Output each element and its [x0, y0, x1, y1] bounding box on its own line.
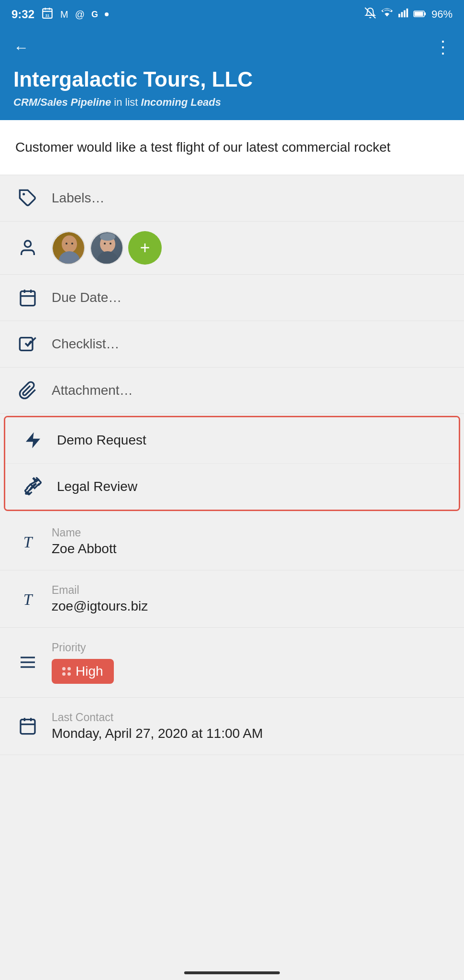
svg-point-16 [59, 251, 80, 265]
svg-rect-12 [424, 12, 426, 15]
demo-request-label: Demo Request [57, 433, 146, 447]
tag-icon [15, 189, 40, 208]
battery-percent: 96% [431, 8, 453, 21]
svg-text:T: T [23, 591, 33, 609]
breadcrumb-preposition: in list [114, 96, 138, 108]
labels-row[interactable]: Labels… [0, 175, 464, 222]
name-label: Name [52, 526, 449, 539]
breadcrumb-list[interactable]: Incoming Leads [141, 96, 221, 108]
svg-point-25 [100, 233, 115, 241]
name-content: Name Zoe Abbott [52, 526, 449, 557]
email-row[interactable]: T Email zoe@igtours.biz [0, 570, 464, 628]
svg-point-18 [66, 243, 67, 245]
svg-marker-31 [26, 432, 40, 448]
calendar-icon [15, 288, 40, 307]
attachment-content: Attachment… [52, 383, 449, 398]
priority-content: Priority High [52, 641, 449, 684]
checklist-content: Checklist… [52, 336, 449, 352]
member-avatar-2[interactable] [90, 231, 123, 265]
name-text-icon: T [15, 532, 40, 551]
svg-rect-6 [398, 14, 400, 17]
card-description: Customer would like a test flight of our… [0, 120, 464, 175]
svg-text:T: T [23, 534, 33, 551]
status-bar: 9:32 31 M @ G 96% [0, 0, 464, 29]
home-bar [184, 971, 280, 974]
svg-line-5 [365, 8, 376, 18]
highlighted-custom-fields: Demo Request Legal R [4, 416, 460, 511]
status-time: 9:32 [11, 8, 34, 21]
svg-point-14 [24, 241, 31, 247]
last-contact-calendar-icon [15, 716, 40, 735]
calendar-status-icon: 31 [41, 7, 54, 22]
more-menu-button[interactable]: ⋮ [434, 37, 451, 57]
svg-rect-11 [414, 12, 423, 16]
email-value: zoe@igtours.biz [52, 599, 449, 614]
legal-review-content: Legal Review [57, 479, 443, 494]
content-area: Labels… [0, 175, 464, 755]
legal-review-label: Legal Review [57, 479, 137, 494]
bell-mute-icon [365, 7, 376, 22]
last-contact-label: Last Contact [52, 711, 449, 724]
attachment-row[interactable]: Attachment… [0, 368, 464, 414]
labels-content: Labels… [52, 190, 449, 206]
priority-dots-icon [62, 667, 71, 676]
priority-row[interactable]: Priority High [0, 628, 464, 698]
email-text-icon: T [15, 589, 40, 608]
lightning-icon [21, 431, 45, 450]
name-value: Zoe Abbott [52, 541, 449, 557]
last-contact-row[interactable]: Last Contact Monday, April 27, 2020 at 1… [0, 698, 464, 755]
demo-request-content: Demo Request [57, 433, 443, 448]
last-contact-content: Last Contact Monday, April 27, 2020 at 1… [52, 711, 449, 741]
priority-label: Priority [52, 641, 449, 654]
at-status-icon: @ [75, 9, 85, 20]
svg-rect-9 [406, 9, 408, 17]
card-title: Intergalactic Tours, LLC [13, 67, 451, 92]
priority-list-icon [15, 653, 40, 672]
svg-rect-7 [401, 12, 403, 17]
svg-point-17 [65, 240, 74, 251]
members-row[interactable]: + [0, 222, 464, 275]
svg-point-23 [104, 243, 106, 245]
person-icon [15, 238, 40, 257]
svg-rect-8 [404, 11, 406, 18]
signal-status-icon [398, 8, 409, 21]
svg-text:31: 31 [45, 13, 49, 18]
checklist-placeholder: Checklist… [52, 336, 120, 351]
breadcrumb-path[interactable]: CRM/Sales Pipeline [13, 96, 111, 108]
gavel-icon [21, 477, 45, 496]
attachment-icon [15, 381, 40, 400]
svg-point-24 [110, 243, 111, 245]
due-date-row[interactable]: Due Date… [0, 275, 464, 321]
back-button[interactable]: ← [13, 39, 29, 56]
svg-point-22 [103, 240, 112, 251]
members-avatars: + [52, 231, 162, 265]
breadcrumb: CRM/Sales Pipeline in list Incoming Lead… [13, 96, 451, 109]
attachment-placeholder: Attachment… [52, 383, 133, 398]
home-indicator [0, 966, 464, 980]
member-avatar-1[interactable] [52, 231, 85, 265]
svg-rect-26 [21, 291, 35, 305]
checklist-icon [15, 334, 40, 354]
gmail-status-icon: M [60, 9, 68, 20]
dot-status-icon [105, 12, 109, 16]
last-contact-value: Monday, April 27, 2020 at 11:00 AM [52, 726, 449, 741]
priority-badge[interactable]: High [52, 659, 114, 684]
labels-placeholder: Labels… [52, 190, 105, 205]
due-date-placeholder: Due Date… [52, 290, 122, 305]
add-member-button[interactable]: + [128, 231, 162, 265]
name-row[interactable]: T Name Zoe Abbott [0, 513, 464, 570]
due-date-content: Due Date… [52, 290, 449, 305]
svg-point-21 [97, 251, 118, 265]
wifi-status-icon [381, 8, 393, 21]
legal-review-row[interactable]: Legal Review [5, 464, 459, 510]
priority-value: High [76, 664, 103, 679]
demo-request-row[interactable]: Demo Request [5, 417, 459, 464]
app-bar: ← ⋮ Intergalactic Tours, LLC CRM/Sales P… [0, 29, 464, 120]
app-bar-top: ← ⋮ [13, 37, 451, 57]
svg-rect-39 [21, 720, 35, 734]
status-bar-left: 9:32 31 M @ G [11, 7, 109, 22]
checklist-row[interactable]: Checklist… [0, 321, 464, 368]
battery-status-icon [413, 8, 427, 21]
status-bar-right: 96% [365, 7, 453, 22]
email-label: Email [52, 584, 449, 597]
